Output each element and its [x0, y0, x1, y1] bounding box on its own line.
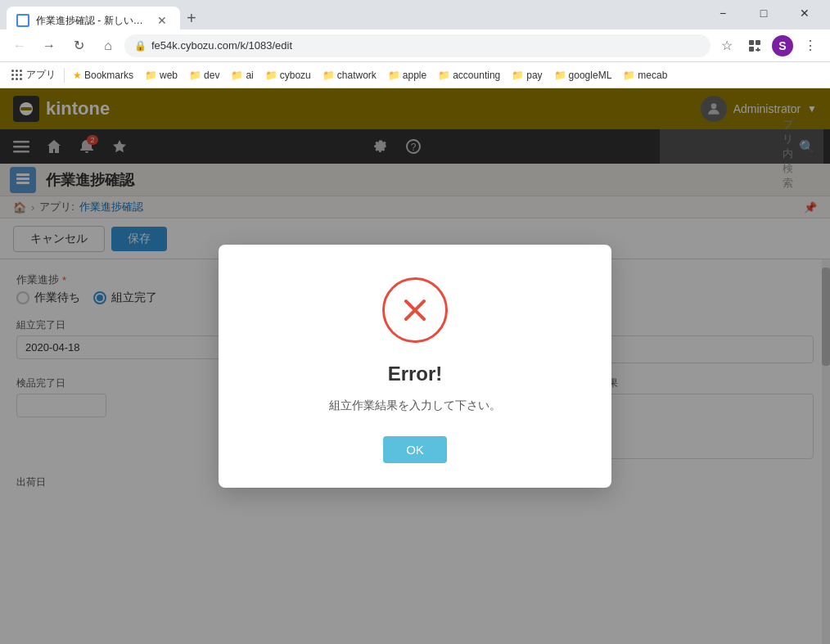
refresh-button[interactable]: ↻	[65, 33, 92, 59]
bookmark-chatwork[interactable]: 📁 chatwork	[318, 68, 381, 83]
folder-icon: 📁	[323, 70, 335, 81]
tab-strip: 作業進捗確認 - 新しいレコード ✕ +	[7, 0, 196, 29]
folder-icon: 📁	[189, 70, 201, 81]
folder-icon: 📁	[438, 70, 450, 81]
tab-favicon	[16, 14, 29, 27]
tab-title: 作業進捗確認 - 新しいレコード	[36, 14, 151, 28]
bookmark-ai[interactable]: 📁 ai	[226, 68, 258, 83]
folder-icon: 📁	[554, 70, 566, 81]
bookmark-pay[interactable]: 📁 pay	[507, 68, 547, 83]
extensions-button[interactable]	[742, 33, 768, 59]
bookmark-googleml[interactable]: 📁 googleML	[549, 68, 617, 83]
address-text: fe54k.cybozu.com/k/1083/edit	[151, 39, 292, 52]
svg-rect-5	[756, 49, 760, 51]
browser-frame: 作業進捗確認 - 新しいレコード ✕ + − □ ✕ ← → ↻ ⌂ 🔒 fe5…	[0, 0, 830, 644]
svg-rect-3	[749, 47, 754, 52]
folder-icon: 📁	[388, 70, 400, 81]
bookmark-label: apple	[403, 70, 426, 81]
folder-icon: 📁	[231, 70, 243, 81]
tab-close-button[interactable]: ✕	[157, 14, 167, 27]
svg-rect-1	[749, 40, 754, 45]
apps-bookmark[interactable]: アプリ	[7, 66, 61, 83]
maximize-button[interactable]: □	[745, 2, 783, 25]
bookmark-cybozu[interactable]: 📁 cybozu	[260, 68, 316, 83]
address-bar[interactable]: 🔒 fe54k.cybozu.com/k/1083/edit	[124, 34, 710, 57]
bookmark-label: accounting	[453, 70, 500, 81]
svg-rect-0	[18, 16, 28, 25]
bookmark-web[interactable]: 📁 web	[140, 68, 183, 83]
bookmark-label: chatwork	[337, 70, 377, 81]
folder-icon: 📁	[623, 70, 635, 81]
bookmark-label: web	[160, 70, 178, 81]
svg-rect-2	[756, 40, 760, 45]
nav-right-buttons: ☆ S ⋮	[714, 33, 823, 59]
profile-button[interactable]: S	[769, 33, 796, 59]
title-bar: 作業進捗確認 - 新しいレコード ✕ + − □ ✕	[0, 0, 830, 29]
bookmark-separator	[64, 68, 65, 83]
bookmark-dev[interactable]: 📁 dev	[184, 68, 224, 83]
bookmark-label: googleML	[569, 70, 612, 81]
window-controls: − □ ✕	[704, 2, 823, 28]
bookmark-apple[interactable]: 📁 apple	[383, 68, 431, 83]
page-content: kintone Administrator ▼	[0, 88, 830, 644]
error-modal: Error! 組立作業結果を入力して下さい。 OK	[219, 245, 611, 488]
bookmark-star-button[interactable]: ☆	[714, 33, 740, 59]
bookmark-bookmarks[interactable]: ★ Bookmarks	[68, 68, 138, 83]
home-button[interactable]: ⌂	[95, 33, 121, 59]
bookmark-label: ai	[246, 70, 253, 81]
folder-icon: 📁	[512, 70, 524, 81]
bookmarks-bar: アプリ ★ Bookmarks 📁 web 📁 dev 📁 ai 📁 cyboz…	[0, 62, 830, 88]
forward-button[interactable]: →	[36, 33, 62, 59]
new-tab-button[interactable]: +	[187, 9, 196, 28]
star-icon: ★	[73, 70, 82, 81]
lock-icon: 🔒	[134, 40, 147, 52]
bookmark-label: mecab	[638, 70, 667, 81]
bookmark-label: Bookmarks	[84, 70, 133, 81]
error-circle-icon	[382, 277, 448, 343]
active-tab[interactable]: 作業進捗確認 - 新しいレコード ✕	[7, 7, 180, 29]
apps-grid-icon	[11, 70, 22, 80]
bookmark-label: cybozu	[280, 70, 311, 81]
back-button[interactable]: ←	[7, 33, 33, 59]
folder-icon: 📁	[265, 70, 277, 81]
bookmark-label: pay	[526, 70, 542, 81]
bookmark-accounting[interactable]: 📁 accounting	[433, 68, 505, 83]
bookmark-label: dev	[204, 70, 219, 81]
error-title: Error!	[388, 363, 443, 385]
folder-icon: 📁	[145, 70, 157, 81]
close-button[interactable]: ✕	[786, 2, 823, 25]
browser-menu-button[interactable]: ⋮	[797, 33, 823, 59]
apps-label: アプリ	[26, 68, 56, 82]
minimize-button[interactable]: −	[704, 2, 742, 25]
profile-avatar: S	[772, 35, 793, 56]
error-message: 組立作業結果を入力して下さい。	[329, 399, 501, 413]
modal-overlay: Error! 組立作業結果を入力して下さい。 OK	[0, 88, 830, 644]
bookmark-mecab[interactable]: 📁 mecab	[618, 68, 672, 83]
ok-button[interactable]: OK	[383, 436, 447, 463]
nav-bar: ← → ↻ ⌂ 🔒 fe54k.cybozu.com/k/1083/edit ☆…	[0, 29, 830, 62]
